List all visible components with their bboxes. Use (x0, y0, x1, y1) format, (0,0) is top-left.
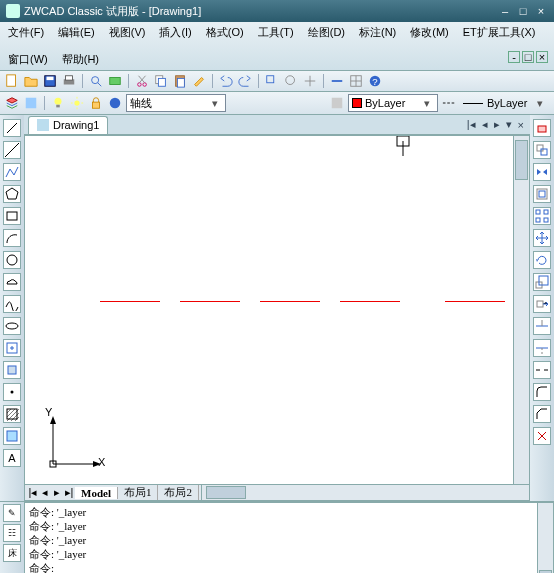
doc-restore-button[interactable]: □ (522, 51, 534, 63)
layer-combo[interactable]: 轴线 ▾ (126, 94, 226, 112)
xline-tool-icon[interactable] (3, 141, 21, 159)
layout-tab-2[interactable]: 布局2 (158, 485, 199, 500)
close-button[interactable]: × (534, 4, 548, 18)
minimize-button[interactable]: – (498, 4, 512, 18)
circle-tool-icon[interactable] (3, 251, 21, 269)
text-tool-icon[interactable]: A (3, 449, 21, 467)
sun-icon[interactable] (69, 95, 85, 111)
document-tab[interactable]: Drawing1 (28, 116, 108, 134)
rect-tool-icon[interactable] (3, 207, 21, 225)
line-tool-icon[interactable] (3, 119, 21, 137)
move-tool-icon[interactable] (533, 229, 551, 247)
array-tool-icon[interactable] (533, 207, 551, 225)
command-scrollbar[interactable] (538, 502, 554, 573)
copy-tool-icon[interactable] (533, 141, 551, 159)
print-preview-icon[interactable] (88, 73, 104, 89)
new-icon[interactable] (4, 73, 20, 89)
tab-nav-menu-icon[interactable]: ▾ (504, 118, 514, 131)
doc-minimize-button[interactable]: - (508, 51, 520, 63)
layer-icon[interactable] (23, 95, 39, 111)
cut-icon[interactable] (134, 73, 150, 89)
spline-tool-icon[interactable] (3, 295, 21, 313)
erase-tool-icon[interactable] (533, 119, 551, 137)
undo-icon[interactable] (218, 73, 234, 89)
point-tool-icon[interactable] (3, 383, 21, 401)
bulb-icon[interactable] (50, 95, 66, 111)
match-prop-icon[interactable] (191, 73, 207, 89)
redo-icon[interactable] (237, 73, 253, 89)
stretch-tool-icon[interactable] (533, 295, 551, 313)
hatch-tool-icon[interactable] (3, 405, 21, 423)
color-icon[interactable] (107, 95, 123, 111)
polygon-tool-icon[interactable] (3, 185, 21, 203)
menu-file[interactable]: 文件(F) (6, 24, 46, 41)
extend-tool-icon[interactable] (533, 339, 551, 357)
publish-icon[interactable] (107, 73, 123, 89)
doc-close-button[interactable]: × (536, 51, 548, 63)
zoom-window-icon[interactable] (264, 73, 280, 89)
cmd-tool-3-icon[interactable]: 床 (3, 544, 21, 562)
pline-tool-icon[interactable] (3, 163, 21, 181)
menu-edit[interactable]: 编辑(E) (56, 24, 97, 41)
fillet-tool-icon[interactable] (533, 383, 551, 401)
layout-first-icon[interactable]: |◂ (27, 486, 39, 499)
tab-nav-first-icon[interactable]: |◂ (465, 118, 478, 131)
layout-next-icon[interactable]: ▸ (51, 486, 63, 499)
block-tool-icon[interactable] (3, 361, 21, 379)
cmd-tool-2-icon[interactable]: ☷ (3, 524, 21, 542)
region-tool-icon[interactable] (3, 427, 21, 445)
dim-icon[interactable] (329, 73, 345, 89)
cloud-tool-icon[interactable] (3, 273, 21, 291)
mirror-tool-icon[interactable] (533, 163, 551, 181)
save-icon[interactable] (42, 73, 58, 89)
insert-tool-icon[interactable] (3, 339, 21, 357)
menu-window[interactable]: 窗口(W) (6, 51, 50, 68)
break-tool-icon[interactable] (533, 361, 551, 379)
menu-et[interactable]: ET扩展工具(X) (461, 24, 538, 41)
layer-manager-icon[interactable] (4, 95, 20, 111)
table-icon[interactable] (348, 73, 364, 89)
scale-tool-icon[interactable] (533, 273, 551, 291)
ellipse-tool-icon[interactable] (3, 317, 21, 335)
menu-modify[interactable]: 修改(M) (408, 24, 451, 41)
trim-tool-icon[interactable] (533, 317, 551, 335)
open-icon[interactable] (23, 73, 39, 89)
paste-icon[interactable] (172, 73, 188, 89)
color-btn-icon[interactable] (329, 95, 345, 111)
help-icon[interactable]: ? (367, 73, 383, 89)
menu-dimension[interactable]: 标注(N) (357, 24, 398, 41)
arc-tool-icon[interactable] (3, 229, 21, 247)
layout-prev-icon[interactable]: ◂ (39, 486, 51, 499)
menu-view[interactable]: 视图(V) (107, 24, 148, 41)
menu-insert[interactable]: 插入(I) (157, 24, 193, 41)
menu-draw[interactable]: 绘图(D) (306, 24, 347, 41)
svg-rect-4 (66, 76, 73, 80)
zoom-prev-icon[interactable] (283, 73, 299, 89)
menu-format[interactable]: 格式(O) (204, 24, 246, 41)
explode-tool-icon[interactable] (533, 427, 551, 445)
linetype-combo[interactable]: ByLayer ▾ (460, 94, 550, 112)
horizontal-scrollbar[interactable] (201, 485, 530, 501)
print-icon[interactable] (61, 73, 77, 89)
menu-tools[interactable]: 工具(T) (256, 24, 296, 41)
lock-icon[interactable] (88, 95, 104, 111)
vertical-scrollbar[interactable] (514, 135, 530, 485)
layout-tab-model[interactable]: Model (75, 487, 118, 499)
pan-icon[interactable] (302, 73, 318, 89)
offset-tool-icon[interactable] (533, 185, 551, 203)
color-combo[interactable]: ByLayer ▾ (348, 94, 438, 112)
rotate-tool-icon[interactable] (533, 251, 551, 269)
copy-icon[interactable] (153, 73, 169, 89)
layout-tab-1[interactable]: 布局1 (118, 485, 159, 500)
chamfer-tool-icon[interactable] (533, 405, 551, 423)
tab-close-icon[interactable]: × (516, 119, 526, 131)
menu-help[interactable]: 帮助(H) (60, 51, 101, 68)
linetype-icon[interactable] (441, 95, 457, 111)
maximize-button[interactable]: □ (516, 4, 530, 18)
tab-nav-prev-icon[interactable]: ◂ (480, 118, 490, 131)
tab-nav-next-icon[interactable]: ▸ (492, 118, 502, 131)
drawing-canvas[interactable]: X Y (24, 135, 514, 485)
layout-last-icon[interactable]: ▸| (63, 486, 75, 499)
cmd-tool-1-icon[interactable]: ✎ (3, 504, 21, 522)
command-history[interactable]: 命令: '_layer 命令: '_layer 命令: '_layer 命令: … (24, 502, 538, 573)
